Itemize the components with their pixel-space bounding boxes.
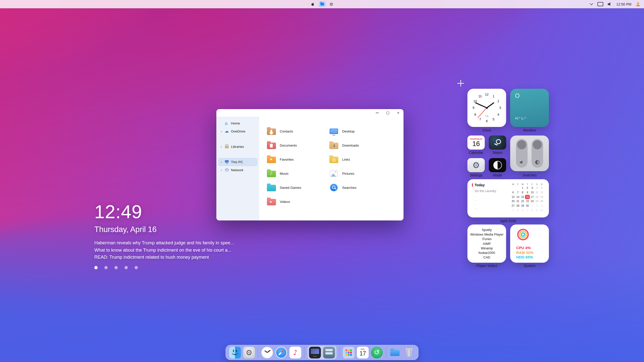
- searches-icon: [330, 184, 338, 191]
- documents-folder-icon: [267, 143, 276, 149]
- system-widget[interactable]: CPU 4%RAM 32%HDD 65%: [510, 224, 549, 263]
- display-app-icon[interactable]: [309, 347, 321, 358]
- user-icon[interactable]: [636, 2, 640, 6]
- volume-slider-knob[interactable]: [517, 140, 526, 149]
- player-select-widget[interactable]: SpotifyWindows Media PlayeriTunesAIMPWin…: [467, 224, 506, 263]
- music-icon[interactable]: [290, 347, 301, 358]
- month-calendar-widget[interactable]: Today Do the Laundry ---- MTWTFSS 123456…: [467, 179, 549, 217]
- mini-calendar-day: 1: [520, 186, 525, 190]
- brightness-slider-knob[interactable]: [533, 140, 542, 149]
- folder-item-contacts[interactable]: Contacts: [267, 124, 325, 138]
- mini-calendar-day: 5: [515, 208, 520, 213]
- mini-calendar-day: 2: [535, 204, 539, 208]
- sidebar-item-onedrive[interactable]: OneDrive: [218, 127, 257, 135]
- steam-widget[interactable]: [489, 135, 506, 150]
- page-dot[interactable]: [114, 266, 118, 269]
- safari-icon[interactable]: [275, 347, 287, 358]
- calendar-icon[interactable]: JUL 17: [357, 347, 369, 358]
- chevron-right-icon[interactable]: [220, 168, 223, 172]
- weather-widget[interactable]: H:° L:°: [510, 89, 549, 127]
- mini-calendar-weekday-row: MTWTFSS: [511, 183, 544, 186]
- trash-icon[interactable]: [403, 347, 415, 358]
- finder-icon[interactable]: [229, 347, 241, 358]
- player-option[interactable]: CAD: [467, 255, 506, 260]
- sidebar-item-home[interactable]: Home: [218, 119, 257, 127]
- mode-widget[interactable]: [489, 158, 506, 172]
- player-option[interactable]: Spotify: [467, 228, 506, 232]
- system-preferences-icon[interactable]: [243, 347, 255, 358]
- maximize-button[interactable]: [382, 109, 393, 117]
- folder-item-searches[interactable]: Searches: [329, 180, 387, 195]
- player-option[interactable]: Windows Media Player: [467, 232, 506, 237]
- mini-calendar: MTWTFSS 12345678910111213141516171819202…: [511, 183, 544, 213]
- time-machine-icon[interactable]: [371, 347, 383, 358]
- chevron-right-icon[interactable]: [220, 160, 223, 164]
- today-accent-bar: [472, 183, 473, 187]
- close-button[interactable]: [393, 109, 404, 117]
- folder-item-links[interactable]: Links: [329, 152, 387, 166]
- todo-placeholder: -: [475, 202, 476, 206]
- volume-slider[interactable]: [516, 139, 528, 168]
- folder-item-videos[interactable]: Videos: [267, 195, 325, 209]
- chevron-right-icon[interactable]: [220, 145, 223, 149]
- mini-calendar-day: 24: [530, 199, 535, 204]
- folder-item-music[interactable]: Music: [267, 166, 325, 180]
- mini-calendar-day: 15: [520, 195, 525, 199]
- lock-screen-clock: 12:49: [94, 203, 234, 221]
- mini-calendar-day: 6: [511, 190, 515, 195]
- todo-placeholder: -: [475, 206, 476, 210]
- player-option[interactable]: AIMP: [467, 242, 506, 246]
- cabinet-icon[interactable]: [323, 347, 335, 358]
- clock-widget[interactable]: 121234567891011 +1: [467, 89, 506, 127]
- player-option[interactable]: Winamp: [467, 246, 506, 251]
- page-dot[interactable]: [94, 266, 98, 269]
- volume-icon[interactable]: [608, 2, 612, 6]
- folder-item-favorites[interactable]: Favorites: [267, 152, 325, 166]
- menu-bar: 12:50 PM: [0, 0, 644, 8]
- page-dot[interactable]: [125, 266, 128, 269]
- mini-calendar-day: 3: [539, 204, 544, 208]
- gear-icon[interactable]: [329, 2, 333, 7]
- folder-item-downloads[interactable]: Downloads: [329, 138, 387, 152]
- clock-number: 11: [478, 94, 483, 99]
- folder-icon[interactable]: [389, 347, 401, 358]
- menu-bar-center-icons: [311, 1, 333, 7]
- menu-bar-clock[interactable]: 12:50 PM: [616, 2, 631, 6]
- minimize-button[interactable]: [372, 109, 382, 117]
- chevron-down-icon[interactable]: [590, 2, 593, 5]
- player-option[interactable]: iTunes: [467, 237, 506, 241]
- onedrive-cloud-icon: [225, 129, 229, 133]
- calendar-small-widget[interactable]: THURSDAY 16: [467, 135, 485, 150]
- clock-number: 9: [471, 105, 476, 110]
- condition-circle-icon: [515, 94, 519, 98]
- folder-item-desktop[interactable]: Desktop: [329, 124, 387, 138]
- dock-separator: [340, 347, 340, 358]
- brightness-slider[interactable]: [532, 139, 543, 168]
- dock-separator: [258, 347, 258, 358]
- folder-item-documents[interactable]: Documents: [267, 138, 325, 152]
- player-option[interactable]: foobar2000: [467, 251, 506, 255]
- folder-item-saved-games[interactable]: Saved Games: [267, 180, 325, 195]
- menu-bar-status-area: 12:50 PM: [590, 2, 644, 6]
- folder-item-pictures[interactable]: Pictures: [329, 166, 387, 180]
- news-headline: What to know about the Trump indictment …: [94, 247, 234, 254]
- sidebar-item-this-pc[interactable]: This PC: [218, 158, 257, 166]
- page-dot[interactable]: [135, 266, 138, 269]
- mini-calendar-day: 16: [525, 195, 530, 199]
- mini-calendar-grid: 1234567891011121314151617181920212223242…: [511, 186, 544, 213]
- page-dot[interactable]: [104, 266, 108, 269]
- sidebar-item-network[interactable]: Network: [218, 166, 257, 174]
- clock-icon[interactable]: [261, 347, 273, 358]
- switches-widget-label: Switches: [510, 173, 549, 177]
- sidebar-item-libraries[interactable]: Libraries: [218, 143, 257, 151]
- launchpad-icon[interactable]: [343, 347, 355, 358]
- mini-calendar-day: 18: [535, 195, 539, 199]
- files-icon[interactable]: [318, 1, 326, 7]
- chevron-right-icon[interactable]: [220, 129, 223, 133]
- settings-widget[interactable]: [467, 158, 485, 172]
- window-titlebar[interactable]: [216, 109, 404, 117]
- display-icon[interactable]: [597, 2, 603, 6]
- settings-widget-label: Settings: [467, 173, 485, 177]
- calendar-widget-label: Calendar: [467, 151, 485, 155]
- apple-logo-icon[interactable]: [311, 2, 315, 7]
